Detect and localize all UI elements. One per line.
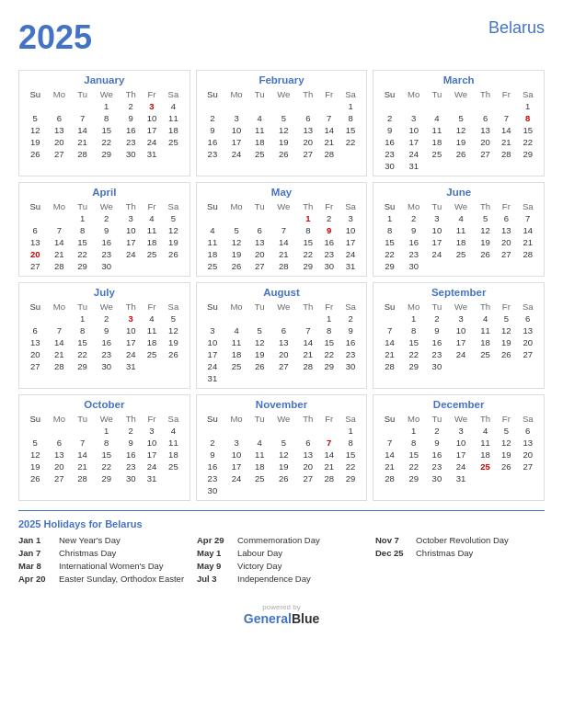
holiday-item: Jul 3Independence Day <box>197 574 366 584</box>
calendar-day: 16 <box>201 461 224 472</box>
calendar-day <box>162 260 185 272</box>
calendar-day: 27 <box>516 348 539 360</box>
day-header: Su <box>24 301 46 313</box>
calendar-day: 1 <box>401 425 427 437</box>
calendar-day: 25 <box>224 360 249 372</box>
calendar-day: 10 <box>427 224 448 236</box>
calendar-day: 11 <box>224 336 249 348</box>
holiday-item: Apr 20Easter Sunday, Orthodox Easter <box>18 574 188 584</box>
calendar-day: 20 <box>270 348 298 360</box>
day-header: Tu <box>427 413 448 425</box>
calendar-day <box>270 100 298 112</box>
calendar-day: 24 <box>121 248 142 260</box>
calendar-day: 17 <box>121 336 142 348</box>
calendar-day: 21 <box>270 248 298 260</box>
calendar-day <box>201 212 224 224</box>
calendar-day <box>24 212 46 224</box>
calendar-day: 26 <box>496 348 516 360</box>
calendar-day: 30 <box>93 260 121 272</box>
calendar-day: 17 <box>447 449 475 461</box>
month-table: SuMoTuWeThFrSa12345678910111213141516171… <box>201 413 362 496</box>
calendar-day: 25 <box>162 136 185 148</box>
calendar-day: 14 <box>46 336 72 348</box>
calendar-day <box>201 313 224 324</box>
calendar-day: 16 <box>93 336 121 348</box>
calendar-day: 21 <box>378 348 400 360</box>
calendar-day: 4 <box>162 100 185 112</box>
calendar-day: 13 <box>24 336 46 348</box>
calendar-day <box>378 425 400 437</box>
calendar-day: 14 <box>297 336 318 348</box>
calendar-day: 14 <box>72 124 93 136</box>
day-header: Mo <box>46 301 72 313</box>
calendar-day: 19 <box>447 136 475 148</box>
calendar-day <box>401 100 427 112</box>
calendar-day: 12 <box>447 124 475 136</box>
calendar-day <box>516 260 539 272</box>
day-header: Tu <box>249 200 270 212</box>
calendar-day: 13 <box>270 336 298 348</box>
calendar-day: 23 <box>93 348 121 360</box>
calendar-day: 19 <box>24 461 46 472</box>
calendar-day: 2 <box>319 212 339 224</box>
calendar-day: 1 <box>516 100 539 112</box>
calendar-day: 26 <box>162 248 185 260</box>
calendar-day: 28 <box>46 360 72 372</box>
calendar-day: 28 <box>72 148 93 160</box>
calendar-day: 15 <box>319 336 339 348</box>
calendar-day: 4 <box>162 425 185 437</box>
calendar-day: 26 <box>475 248 496 260</box>
calendar-day: 25 <box>475 461 496 472</box>
calendar-day: 12 <box>496 324 516 336</box>
calendar-day: 28 <box>319 148 339 160</box>
month-title: November <box>201 399 362 410</box>
day-header: Sa <box>339 301 362 313</box>
month-title: April <box>24 187 185 198</box>
calendar-day: 22 <box>401 461 427 472</box>
month-table: SuMoTuWeThFrSa12345678910111213141516171… <box>378 200 539 272</box>
holidays-title: 2025 Holidays for Belarus <box>18 518 545 529</box>
holiday-date-label: Jan 1 <box>18 535 53 545</box>
calendar-day: 17 <box>339 236 362 248</box>
calendar-day <box>516 360 539 372</box>
calendar-day: 29 <box>516 148 539 160</box>
calendar-day: 7 <box>46 224 72 236</box>
calendar-day <box>447 100 475 112</box>
calendar-day: 24 <box>401 148 427 160</box>
calendar-day: 23 <box>401 248 427 260</box>
calendar-day: 8 <box>401 437 427 449</box>
day-header: Tu <box>249 88 270 100</box>
calendar-day: 1 <box>319 313 339 324</box>
calendar-day: 30 <box>401 260 427 272</box>
calendar-day: 21 <box>72 461 93 472</box>
calendar-day: 16 <box>427 449 448 461</box>
month-title: October <box>24 399 185 410</box>
calendar-day: 1 <box>378 212 400 224</box>
calendar-day <box>516 160 539 172</box>
calendar-day: 30 <box>121 148 142 160</box>
calendar-day: 3 <box>447 313 475 324</box>
calendar-day: 20 <box>516 449 539 461</box>
calendar-day: 14 <box>496 124 516 136</box>
calendar-day: 19 <box>249 348 270 360</box>
calendar-day: 10 <box>142 112 162 124</box>
calendar-day: 29 <box>378 260 400 272</box>
holiday-column-1: Apr 29Commemoration DayMay 1Labour DayMa… <box>197 535 366 586</box>
calendar-day: 27 <box>46 148 72 160</box>
calendar-day: 10 <box>401 124 427 136</box>
calendar-day <box>24 425 46 437</box>
month-title: July <box>24 287 185 298</box>
holiday-date-label: Apr 20 <box>18 574 53 584</box>
day-header: Su <box>201 200 224 212</box>
calendar-day: 21 <box>378 461 400 472</box>
month-block-october: OctoberSuMoTuWeThFrSa1234567891011121314… <box>18 394 190 501</box>
calendar-day <box>475 360 496 372</box>
calendar-day: 14 <box>319 124 339 136</box>
calendar-day: 14 <box>378 336 400 348</box>
calendar-day: 12 <box>270 124 298 136</box>
calendar-day: 18 <box>249 461 270 472</box>
calendar-day: 18 <box>162 449 185 461</box>
calendar-day <box>249 372 270 384</box>
calendar-day: 27 <box>297 148 318 160</box>
calendar-day <box>249 484 270 496</box>
